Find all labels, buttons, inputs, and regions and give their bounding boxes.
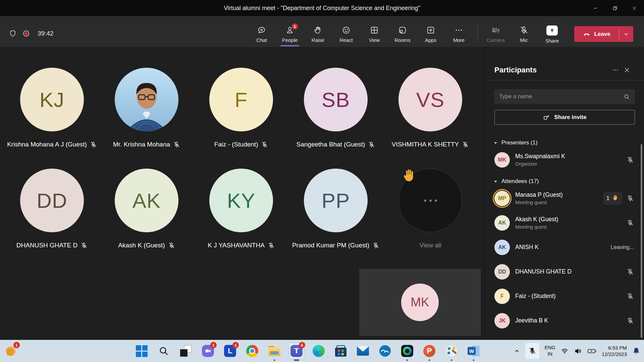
participants-more-button[interactable] (610, 64, 621, 76)
taskbar-powerpoint-button[interactable]: P (422, 343, 436, 359)
taskbar-teams-button[interactable]: T6 (289, 343, 304, 359)
toolbar-chat-label: Chat (256, 37, 267, 43)
taskbar-edge-button[interactable] (312, 343, 326, 359)
section-header[interactable]: Presenters (1) (485, 138, 644, 147)
taskbar-app-icons: 1L1 T6 P W (135, 343, 481, 359)
participant-tile[interactable]: SB Sangeetha Bhat (Guest) (288, 68, 383, 169)
minimize-icon (593, 5, 598, 11)
participant-status-group (627, 156, 634, 164)
weather-badge: 1 (13, 342, 20, 348)
taskbar-mail-button[interactable] (356, 343, 370, 359)
tray-chevron-button[interactable] (514, 348, 520, 354)
share-up-arrow-icon (546, 25, 558, 36)
mic-off-icon (627, 156, 634, 164)
participant-name: Manasa P (Guest) (515, 191, 598, 198)
toolbar-people-button[interactable]: 1 People (276, 16, 304, 47)
active-tab-underline (280, 45, 299, 46)
toolbar-apps-button[interactable]: Apps (417, 16, 445, 47)
participant-name: VISHMITHA K SHETTY (392, 141, 459, 148)
participant-avatar: JK (494, 313, 510, 328)
taskbar-chat-app-button[interactable]: 1 (201, 343, 215, 359)
self-view-tile[interactable]: MK (359, 269, 481, 336)
toolbar-view-button[interactable]: View (360, 16, 388, 47)
toolbar-chat-button[interactable]: Chat (248, 16, 276, 47)
taskbar-chrome-button[interactable] (245, 343, 259, 359)
taskbar-word-button[interactable]: W (467, 343, 481, 359)
taskbar-windows-start-button[interactable] (135, 343, 149, 359)
file-explorer-icon (268, 346, 280, 356)
tray-language-switcher[interactable]: ENG IN (544, 345, 555, 357)
participant-name-block: Ms.Swapnalaxmi K Organizer (515, 153, 621, 167)
toolbar-mic-button[interactable]: Mic (510, 16, 538, 47)
leave-button-main[interactable]: Leave (574, 30, 619, 38)
participant-row[interactable]: MK Ms.Swapnalaxmi K Organizer (485, 147, 644, 172)
mic-off-icon (528, 347, 536, 355)
participant-tile[interactable]: F Faiz - (Student) (194, 68, 288, 169)
participant-tile[interactable]: KJ Krishna Mohana A J (Guest) (5, 68, 99, 169)
tray-mic-muted-button[interactable] (525, 343, 539, 359)
participant-photo (115, 68, 178, 131)
taskbar-store-button[interactable] (334, 343, 348, 359)
tray-date: 12/22/2023 (602, 351, 627, 358)
tray-volume-button[interactable] (574, 347, 582, 355)
taskbar-l-app-button[interactable]: L1 (223, 343, 237, 359)
toolbar-camera-button: Camera (482, 16, 510, 47)
participant-tile[interactable]: DD DHANUSH GHATE D (5, 169, 99, 269)
taskbar-webex-button[interactable] (400, 343, 414, 359)
tray-wifi-button[interactable] (560, 347, 569, 355)
participant-tile[interactable]: Mr. Krishna Mohana (99, 68, 194, 169)
toolbar-raise-button[interactable]: Raise (304, 16, 332, 47)
restore-button[interactable] (605, 0, 625, 16)
taskbar-paint-button[interactable] (444, 343, 459, 359)
participant-tile[interactable]: PP Pramod Kumar PM (Guest) (288, 169, 383, 269)
participant-tile[interactable]: KY K J YASHAVANTHA (194, 169, 288, 269)
taskbar-search-button[interactable] (157, 343, 171, 359)
tile-name-row: Akash K (Guest) (118, 242, 175, 249)
section-header[interactable]: Attendees (17) (485, 177, 644, 186)
raised-hand-count: 1 (606, 195, 609, 201)
tray-notifications-button[interactable] (632, 347, 641, 355)
participant-row[interactable]: AK ANISH K Leaving... (485, 235, 644, 259)
leave-button[interactable]: Leave (574, 26, 633, 42)
participant-row[interactable]: F Faiz - (Student) (485, 284, 644, 308)
participant-name: Mr. Krishna Mohana (113, 141, 170, 148)
participants-scrollbar[interactable] (641, 144, 642, 338)
taskbar-file-explorer-button[interactable] (267, 343, 281, 359)
leave-options-button[interactable] (619, 31, 633, 37)
toolbar-mic-label: Mic (520, 37, 528, 43)
toolbar-raise-label: Raise (312, 37, 324, 43)
participant-row[interactable]: AK Akash K (Guest) Meeting guest (485, 210, 644, 235)
participant-name: Akash K (Guest) (515, 216, 621, 223)
taskbar-task-view-button[interactable] (179, 343, 193, 359)
avatar-initials: VS (416, 88, 445, 112)
close-button[interactable] (625, 0, 644, 16)
participant-row[interactable]: DD DHANUSH GHATE D (485, 259, 644, 284)
taskbar-weather-widget[interactable]: 1 (4, 343, 18, 359)
participant-row[interactable]: JK Jeevitha B K (485, 308, 644, 333)
participants-panel: Participants Share invite Presenters (1)… (485, 47, 644, 340)
minimize-button[interactable] (586, 0, 605, 16)
participant-row[interactable]: MP Manasa P (Guest) Meeting guest 1 (485, 186, 644, 210)
participant-name: Jeevitha B K (515, 317, 621, 324)
participant-role: Organizer (515, 161, 621, 167)
participant-search-input[interactable] (499, 93, 623, 100)
close-icon (632, 5, 637, 11)
taskbar-openoffice-button[interactable] (378, 343, 392, 359)
tray-clock[interactable]: 6:53 PM 12/22/2023 (602, 345, 627, 358)
participant-tile[interactable]: AK Akash K (Guest) (99, 169, 194, 269)
mic-off-icon (627, 219, 634, 227)
participant-name: Faiz - (Student) (214, 141, 258, 148)
participant-name: K J YASHAVANTHA (208, 242, 265, 249)
running-indicator (407, 359, 408, 361)
toolbar-react-button[interactable]: React (332, 16, 360, 47)
toolbar-rooms-button[interactable]: Rooms (388, 16, 417, 47)
tray-battery-button[interactable] (587, 347, 597, 355)
share-invite-button[interactable]: Share invite (494, 110, 635, 125)
toolbar-more-button[interactable]: More (445, 16, 473, 47)
participant-tile[interactable]: VS VISHMITHA K SHETTY (383, 68, 478, 169)
running-indicator (294, 359, 299, 361)
l-app-badge: 1 (232, 342, 239, 348)
toolbar-share-button[interactable]: Share (538, 16, 566, 47)
view-all-tile[interactable]: View all (383, 169, 478, 269)
participants-close-button[interactable] (621, 64, 633, 76)
